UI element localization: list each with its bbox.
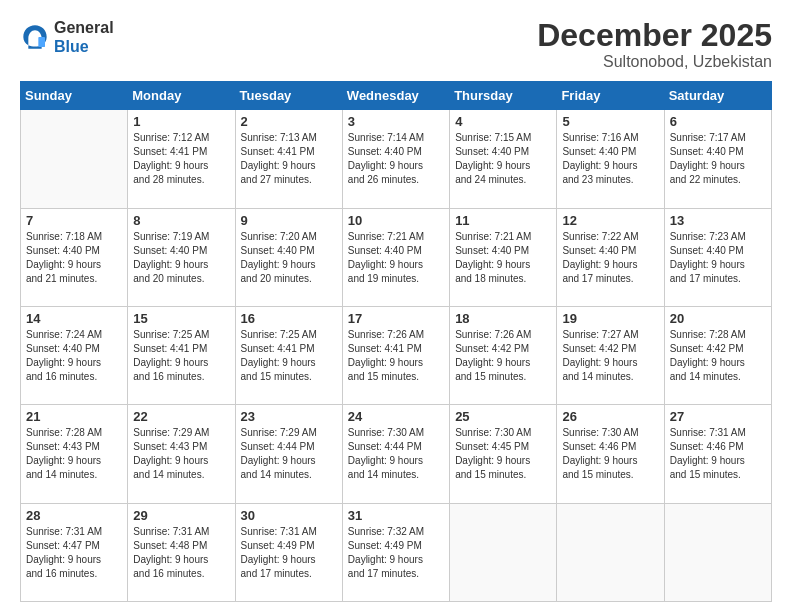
calendar-header-saturday: Saturday bbox=[664, 82, 771, 110]
calendar-cell: 23Sunrise: 7:29 AM Sunset: 4:44 PM Dayli… bbox=[235, 405, 342, 503]
day-number: 30 bbox=[241, 508, 337, 523]
calendar-cell: 18Sunrise: 7:26 AM Sunset: 4:42 PM Dayli… bbox=[450, 306, 557, 404]
day-info: Sunrise: 7:16 AM Sunset: 4:40 PM Dayligh… bbox=[562, 131, 658, 187]
day-info: Sunrise: 7:27 AM Sunset: 4:42 PM Dayligh… bbox=[562, 328, 658, 384]
day-info: Sunrise: 7:24 AM Sunset: 4:40 PM Dayligh… bbox=[26, 328, 122, 384]
day-info: Sunrise: 7:14 AM Sunset: 4:40 PM Dayligh… bbox=[348, 131, 444, 187]
day-number: 25 bbox=[455, 409, 551, 424]
day-info: Sunrise: 7:25 AM Sunset: 4:41 PM Dayligh… bbox=[241, 328, 337, 384]
calendar-cell: 26Sunrise: 7:30 AM Sunset: 4:46 PM Dayli… bbox=[557, 405, 664, 503]
day-info: Sunrise: 7:23 AM Sunset: 4:40 PM Dayligh… bbox=[670, 230, 766, 286]
calendar-week-row: 7Sunrise: 7:18 AM Sunset: 4:40 PM Daylig… bbox=[21, 208, 772, 306]
calendar-header-tuesday: Tuesday bbox=[235, 82, 342, 110]
day-number: 6 bbox=[670, 114, 766, 129]
calendar-cell: 14Sunrise: 7:24 AM Sunset: 4:40 PM Dayli… bbox=[21, 306, 128, 404]
calendar-cell: 31Sunrise: 7:32 AM Sunset: 4:49 PM Dayli… bbox=[342, 503, 449, 601]
day-info: Sunrise: 7:15 AM Sunset: 4:40 PM Dayligh… bbox=[455, 131, 551, 187]
day-number: 22 bbox=[133, 409, 229, 424]
calendar-cell: 11Sunrise: 7:21 AM Sunset: 4:40 PM Dayli… bbox=[450, 208, 557, 306]
day-number: 1 bbox=[133, 114, 229, 129]
day-number: 26 bbox=[562, 409, 658, 424]
calendar-header-row: SundayMondayTuesdayWednesdayThursdayFrid… bbox=[21, 82, 772, 110]
day-number: 7 bbox=[26, 213, 122, 228]
calendar-cell bbox=[664, 503, 771, 601]
month-year: December 2025 bbox=[537, 18, 772, 53]
calendar-cell: 8Sunrise: 7:19 AM Sunset: 4:40 PM Daylig… bbox=[128, 208, 235, 306]
calendar-cell: 22Sunrise: 7:29 AM Sunset: 4:43 PM Dayli… bbox=[128, 405, 235, 503]
day-info: Sunrise: 7:29 AM Sunset: 4:43 PM Dayligh… bbox=[133, 426, 229, 482]
day-info: Sunrise: 7:31 AM Sunset: 4:48 PM Dayligh… bbox=[133, 525, 229, 581]
day-info: Sunrise: 7:30 AM Sunset: 4:46 PM Dayligh… bbox=[562, 426, 658, 482]
day-info: Sunrise: 7:18 AM Sunset: 4:40 PM Dayligh… bbox=[26, 230, 122, 286]
calendar-cell: 1Sunrise: 7:12 AM Sunset: 4:41 PM Daylig… bbox=[128, 110, 235, 208]
day-number: 10 bbox=[348, 213, 444, 228]
calendar-cell: 28Sunrise: 7:31 AM Sunset: 4:47 PM Dayli… bbox=[21, 503, 128, 601]
calendar-cell bbox=[557, 503, 664, 601]
calendar-cell: 10Sunrise: 7:21 AM Sunset: 4:40 PM Dayli… bbox=[342, 208, 449, 306]
svg-rect-0 bbox=[38, 37, 45, 47]
calendar-cell: 12Sunrise: 7:22 AM Sunset: 4:40 PM Dayli… bbox=[557, 208, 664, 306]
calendar-cell: 20Sunrise: 7:28 AM Sunset: 4:42 PM Dayli… bbox=[664, 306, 771, 404]
calendar-week-row: 14Sunrise: 7:24 AM Sunset: 4:40 PM Dayli… bbox=[21, 306, 772, 404]
day-number: 29 bbox=[133, 508, 229, 523]
day-number: 24 bbox=[348, 409, 444, 424]
day-info: Sunrise: 7:31 AM Sunset: 4:49 PM Dayligh… bbox=[241, 525, 337, 581]
calendar-cell: 29Sunrise: 7:31 AM Sunset: 4:48 PM Dayli… bbox=[128, 503, 235, 601]
calendar-cell: 30Sunrise: 7:31 AM Sunset: 4:49 PM Dayli… bbox=[235, 503, 342, 601]
calendar-cell: 5Sunrise: 7:16 AM Sunset: 4:40 PM Daylig… bbox=[557, 110, 664, 208]
calendar-cell: 7Sunrise: 7:18 AM Sunset: 4:40 PM Daylig… bbox=[21, 208, 128, 306]
calendar-header-sunday: Sunday bbox=[21, 82, 128, 110]
day-info: Sunrise: 7:30 AM Sunset: 4:44 PM Dayligh… bbox=[348, 426, 444, 482]
calendar-cell: 16Sunrise: 7:25 AM Sunset: 4:41 PM Dayli… bbox=[235, 306, 342, 404]
calendar-week-row: 21Sunrise: 7:28 AM Sunset: 4:43 PM Dayli… bbox=[21, 405, 772, 503]
day-number: 27 bbox=[670, 409, 766, 424]
day-number: 3 bbox=[348, 114, 444, 129]
day-number: 13 bbox=[670, 213, 766, 228]
calendar-cell: 2Sunrise: 7:13 AM Sunset: 4:41 PM Daylig… bbox=[235, 110, 342, 208]
day-number: 18 bbox=[455, 311, 551, 326]
calendar-header-friday: Friday bbox=[557, 82, 664, 110]
day-info: Sunrise: 7:17 AM Sunset: 4:40 PM Dayligh… bbox=[670, 131, 766, 187]
day-info: Sunrise: 7:31 AM Sunset: 4:46 PM Dayligh… bbox=[670, 426, 766, 482]
day-info: Sunrise: 7:21 AM Sunset: 4:40 PM Dayligh… bbox=[455, 230, 551, 286]
day-number: 28 bbox=[26, 508, 122, 523]
day-info: Sunrise: 7:30 AM Sunset: 4:45 PM Dayligh… bbox=[455, 426, 551, 482]
day-number: 14 bbox=[26, 311, 122, 326]
page: General Blue December 2025 Sultonobod, U… bbox=[0, 0, 792, 612]
logo-general: General bbox=[54, 19, 114, 36]
day-info: Sunrise: 7:28 AM Sunset: 4:42 PM Dayligh… bbox=[670, 328, 766, 384]
day-info: Sunrise: 7:25 AM Sunset: 4:41 PM Dayligh… bbox=[133, 328, 229, 384]
logo-icon bbox=[20, 22, 50, 52]
calendar-cell: 9Sunrise: 7:20 AM Sunset: 4:40 PM Daylig… bbox=[235, 208, 342, 306]
calendar-cell: 3Sunrise: 7:14 AM Sunset: 4:40 PM Daylig… bbox=[342, 110, 449, 208]
day-number: 11 bbox=[455, 213, 551, 228]
day-info: Sunrise: 7:21 AM Sunset: 4:40 PM Dayligh… bbox=[348, 230, 444, 286]
calendar-cell: 15Sunrise: 7:25 AM Sunset: 4:41 PM Dayli… bbox=[128, 306, 235, 404]
calendar-cell: 4Sunrise: 7:15 AM Sunset: 4:40 PM Daylig… bbox=[450, 110, 557, 208]
day-info: Sunrise: 7:31 AM Sunset: 4:47 PM Dayligh… bbox=[26, 525, 122, 581]
day-number: 17 bbox=[348, 311, 444, 326]
calendar-header-monday: Monday bbox=[128, 82, 235, 110]
day-number: 23 bbox=[241, 409, 337, 424]
calendar-cell: 6Sunrise: 7:17 AM Sunset: 4:40 PM Daylig… bbox=[664, 110, 771, 208]
location: Sultonobod, Uzbekistan bbox=[537, 53, 772, 71]
day-number: 16 bbox=[241, 311, 337, 326]
day-info: Sunrise: 7:26 AM Sunset: 4:41 PM Dayligh… bbox=[348, 328, 444, 384]
day-info: Sunrise: 7:22 AM Sunset: 4:40 PM Dayligh… bbox=[562, 230, 658, 286]
day-info: Sunrise: 7:13 AM Sunset: 4:41 PM Dayligh… bbox=[241, 131, 337, 187]
calendar-cell: 13Sunrise: 7:23 AM Sunset: 4:40 PM Dayli… bbox=[664, 208, 771, 306]
calendar-cell: 27Sunrise: 7:31 AM Sunset: 4:46 PM Dayli… bbox=[664, 405, 771, 503]
calendar-header-thursday: Thursday bbox=[450, 82, 557, 110]
calendar-cell: 25Sunrise: 7:30 AM Sunset: 4:45 PM Dayli… bbox=[450, 405, 557, 503]
day-number: 12 bbox=[562, 213, 658, 228]
day-number: 2 bbox=[241, 114, 337, 129]
day-info: Sunrise: 7:19 AM Sunset: 4:40 PM Dayligh… bbox=[133, 230, 229, 286]
day-info: Sunrise: 7:20 AM Sunset: 4:40 PM Dayligh… bbox=[241, 230, 337, 286]
logo: General Blue bbox=[20, 18, 114, 56]
day-info: Sunrise: 7:26 AM Sunset: 4:42 PM Dayligh… bbox=[455, 328, 551, 384]
logo-blue: Blue bbox=[54, 38, 89, 55]
day-number: 8 bbox=[133, 213, 229, 228]
calendar-cell: 17Sunrise: 7:26 AM Sunset: 4:41 PM Dayli… bbox=[342, 306, 449, 404]
calendar-cell bbox=[450, 503, 557, 601]
day-info: Sunrise: 7:32 AM Sunset: 4:49 PM Dayligh… bbox=[348, 525, 444, 581]
